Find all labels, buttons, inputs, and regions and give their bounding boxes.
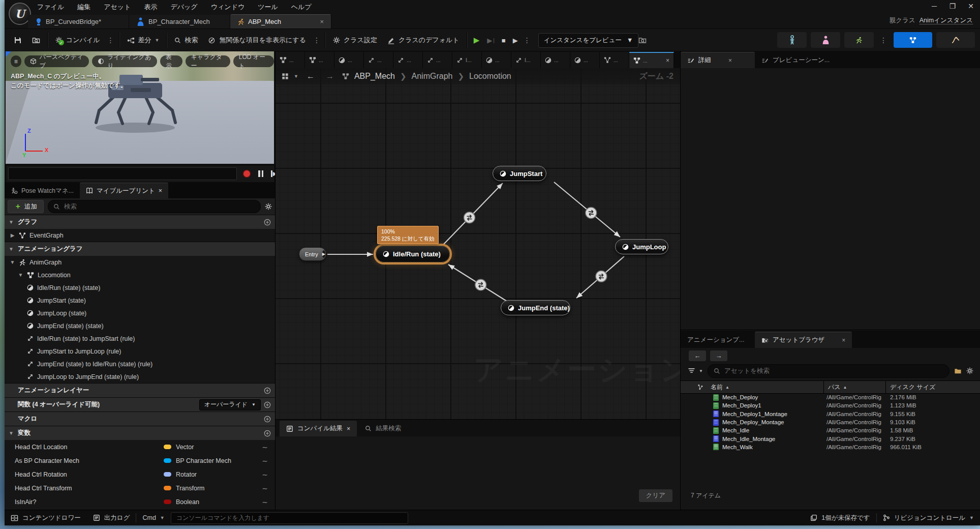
details-tab--[interactable]: プレビューシーン... [755, 52, 836, 68]
variable-row-Head-Ctrl-Location[interactable]: Head Ctrl LocationVector∼ [5, 440, 275, 454]
variable-row-Head-Ctrl-Rotation[interactable]: Head Ctrl RotationRotator∼ [5, 467, 275, 481]
find-button[interactable]: 検索 [169, 33, 203, 48]
menu-item-ヘルプ[interactable]: ヘルプ [291, 3, 312, 12]
frame-skip-button[interactable]: ▶| [483, 37, 498, 44]
stop-button[interactable]: ■ [498, 37, 509, 44]
nav-forward-icon[interactable]: → [323, 72, 337, 81]
menu-item-デバッグ[interactable]: デバッグ [170, 3, 197, 12]
add-変数-icon[interactable] [264, 430, 271, 437]
menu-item-ファイル[interactable]: ファイル [37, 3, 64, 12]
mode-animation-button[interactable] [844, 32, 874, 48]
tree-item-Idle-Run-state-to-JumpStart-rule-[interactable]: Idle/Run (state) to JumpStart (rule) [5, 332, 275, 345]
eye-closed-icon[interactable]: ∼ [260, 457, 270, 465]
column-size[interactable]: ディスク サイズ [890, 381, 935, 393]
asset-row-Mech_Deploy[interactable]: Mech_Deploy/All/Game/ControlRig2.176 MiB [681, 393, 980, 401]
class-defaults-button[interactable]: クラスのデフォルト [382, 33, 465, 48]
graph-tab-9[interactable]: ... [541, 52, 570, 68]
transition-rule-node[interactable] [464, 212, 475, 223]
graph-type-icon[interactable] [282, 73, 289, 80]
eye-closed-icon[interactable]: ∼ [260, 443, 270, 451]
settings-gear-icon[interactable] [966, 367, 973, 374]
mode-skeleton-button[interactable] [777, 32, 807, 48]
output-log-button[interactable]: 出力ログ [87, 510, 136, 525]
advance-button[interactable]: ▶ [509, 37, 522, 44]
transition-rule-node[interactable] [596, 271, 607, 282]
more-options-icon[interactable]: ⋮ [311, 36, 323, 44]
asset-browser-tab--[interactable]: アニメーションプ... [681, 332, 755, 348]
viewport-pill-パースペクティブ[interactable]: パースペクティブ [24, 55, 89, 67]
breadcrumb-Locomotion[interactable]: Locomotion [469, 72, 511, 81]
content-drawer-button[interactable]: コンテンツドロワー [5, 510, 87, 525]
nav-back-icon[interactable]: ← [303, 72, 318, 81]
eye-closed-icon[interactable]: ∼ [260, 498, 270, 506]
viewport-pill-表示[interactable]: 表示 [160, 55, 182, 67]
doc-tab-BP_Character_Mech[interactable]: BP_Character_Mech [129, 15, 230, 28]
section-header-関数 (4 オーバーライド可能)[interactable]: 関数 (4 オーバーライド可能)オーバーライド▼ [5, 397, 275, 412]
browse-asset-button[interactable] [27, 33, 45, 48]
state-node-jumpstart[interactable]: JumpStart [493, 166, 546, 181]
breadcrumb-ABP_Mech[interactable]: ABP_Mech [354, 72, 395, 81]
graph-tab-5[interactable]: ... [423, 52, 452, 68]
revision-control-button[interactable]: リビジョンコントロール▼ [877, 510, 980, 525]
close-icon[interactable]: × [728, 57, 732, 64]
graph-tab-12[interactable]: ...× [629, 52, 674, 68]
breadcrumb-AnimGraph[interactable]: AnimGraph [412, 72, 453, 81]
tree-item-JumpLoop-to-JumpEnd-state-rule-[interactable]: JumpLoop to JumpEnd (state) (rule) [5, 370, 275, 383]
console-command-input[interactable]: コンソールコマンドを入力します [171, 512, 408, 524]
more-options-icon[interactable]: ⋮ [878, 36, 890, 44]
details-tab--[interactable]: 詳細× [681, 52, 755, 68]
asset-row-Mech_Deploy_Montage[interactable]: Mech_Deploy_Montage/All/Game/ControlRig9… [681, 418, 980, 426]
timeline-scrubber[interactable] [8, 167, 237, 180]
tree-item-JumpEnd-state-to-Idle-Run-state-rule-[interactable]: JumpEnd (state) to Idle/Run (state) (rul… [5, 358, 275, 370]
mode-anim-curve-button[interactable] [936, 32, 975, 48]
close-icon[interactable]: × [666, 57, 669, 64]
column-type-icon[interactable] [697, 381, 704, 393]
column-path[interactable]: パス▲ [828, 381, 847, 393]
chevron-down-icon[interactable]: ▼ [294, 74, 298, 79]
graph-tab-2[interactable]: ... [334, 52, 364, 68]
doc-tab-BP_CurvedBridge-[interactable]: BP_CurvedBridge* [28, 15, 129, 28]
mode-blueprint-button[interactable] [894, 32, 932, 48]
asset-row-Mech_Deploy1_Montage[interactable]: Mech_Deploy1_Montage/All/Game/ControlRig… [681, 410, 980, 418]
parent-class-link[interactable]: Animインスタンス [920, 17, 973, 24]
hide-unrelated-button[interactable]: 無関係な項目を非表示にする [203, 33, 311, 48]
viewport-pill-LOD オート[interactable]: LOD オート [233, 55, 274, 67]
mode-mesh-button[interactable] [811, 32, 840, 48]
more-options-icon[interactable]: ⋮ [105, 36, 117, 44]
state-machine-canvas[interactable]: アニメーション ▼←→ABP_Mech❯AnimGraph❯Locomotion… [275, 68, 681, 419]
preview-viewport[interactable]: ≡パースペクティブライティングあり表示キャラクターLOD オート ABP_Mec… [6, 51, 274, 164]
diff-button[interactable]: 差分▼ [122, 33, 165, 48]
graph-tab-3[interactable]: ... [364, 52, 393, 68]
section-header-アニメーションレイヤー[interactable]: アニメーションレイヤー [5, 383, 275, 397]
tree-item-JumpStart-state-[interactable]: JumpStart (state) [5, 294, 275, 307]
play-button[interactable]: ▶ [470, 36, 484, 45]
add-アニメーションレイヤー-icon[interactable] [264, 387, 271, 394]
class-settings-button[interactable]: クラス設定 [328, 33, 382, 48]
add-関数 (4 オーバーライド可能)-icon[interactable] [264, 401, 271, 408]
override-dropdown[interactable]: オーバーライド▼ [199, 399, 261, 410]
menu-item-編集[interactable]: 編集 [77, 3, 90, 12]
tab-pose-watch[interactable]: Pose Watchマネ... [5, 183, 80, 198]
graph-tab-4[interactable]: ... [393, 52, 423, 68]
tab-my-blueprint[interactable]: マイブループリント× [80, 183, 168, 198]
compiler-results-tab[interactable]: コンパイル結果 × [280, 421, 357, 436]
asset-row-Mech_Idle[interactable]: Mech_Idle/All/Game/ControlRig1.58 MiB [681, 426, 980, 434]
state-node-jumpend[interactable]: JumpEnd (state) [501, 300, 570, 315]
entry-node[interactable]: Entry▶ [299, 247, 326, 261]
more-options-icon[interactable]: ⋮ [522, 36, 533, 44]
settings-gear-icon[interactable] [265, 203, 272, 210]
tree-item-AnimGraph[interactable]: ▼AnimGraph [5, 256, 275, 269]
expander-icon[interactable]: ▼ [18, 272, 23, 278]
clear-button[interactable]: クリア [639, 489, 672, 502]
chevron-down-icon[interactable]: ▼ [9, 246, 15, 252]
add-マクロ-icon[interactable] [264, 416, 271, 423]
asset-browser-tab--[interactable]: アセットブラウザ× [755, 332, 852, 348]
transition-rule-node[interactable] [475, 279, 486, 290]
eye-closed-icon[interactable]: ∼ [260, 484, 270, 492]
save-button[interactable] [9, 33, 27, 48]
tree-item-JumpEnd-state-state-[interactable]: JumpEnd (state) (state) [5, 319, 275, 332]
pause-button[interactable] [255, 168, 266, 179]
forward-button[interactable]: → [710, 350, 727, 361]
graph-tab-11[interactable]: ... [600, 52, 629, 68]
tree-item-JumpLoop-state-[interactable]: JumpLoop (state) [5, 307, 275, 319]
